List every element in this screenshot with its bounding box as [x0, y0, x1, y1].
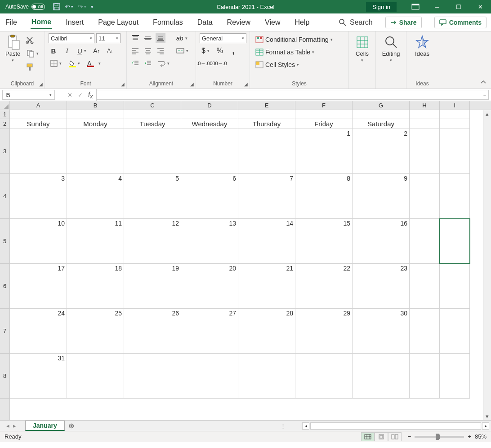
cell-G2[interactable]: Saturday [353, 119, 410, 129]
row-header-7[interactable]: 7 [0, 309, 9, 354]
page-layout-view-icon[interactable] [375, 432, 388, 441]
borders-button[interactable]: ▾ [49, 59, 63, 68]
cell-E6[interactable]: 21 [238, 264, 295, 309]
font-color-button[interactable]: A▾ [85, 58, 103, 68]
cell-G7[interactable]: 30 [353, 309, 410, 354]
cell-D5[interactable]: 13 [181, 219, 238, 264]
wrap-text-button[interactable]: ▾ [156, 59, 171, 68]
editing-button[interactable]: Editing▾ [380, 33, 402, 64]
cell-F7[interactable]: 29 [295, 309, 353, 354]
share-button[interactable]: Share [385, 17, 422, 28]
cell-D8[interactable] [181, 354, 238, 399]
cell-H2[interactable] [410, 119, 440, 129]
scroll-down-icon[interactable]: ▾ [483, 413, 491, 420]
font-size-combo[interactable]: 11▾ [96, 33, 121, 43]
select-all-corner[interactable] [0, 101, 10, 110]
cell-I3[interactable] [440, 129, 470, 174]
cell-F4[interactable]: 8 [295, 174, 353, 219]
cancel-formula-icon[interactable]: ✕ [67, 92, 72, 98]
maximize-icon[interactable]: ☐ [448, 0, 469, 13]
zoom-slider[interactable] [415, 436, 464, 438]
cell-C1[interactable] [124, 110, 181, 119]
row-header-8[interactable]: 8 [0, 354, 9, 399]
cell-H7[interactable] [410, 309, 440, 354]
cell-C2[interactable]: Tuesday [124, 119, 181, 129]
increase-indent-icon[interactable] [143, 58, 153, 68]
number-format-combo[interactable]: General▾ [200, 33, 246, 43]
number-launcher-icon[interactable]: ◢ [244, 82, 248, 87]
font-name-combo[interactable]: Calibri▾ [49, 33, 94, 43]
cell-I1[interactable] [440, 110, 470, 119]
tab-review[interactable]: Review [226, 16, 251, 29]
insert-function-icon[interactable]: fx [88, 90, 93, 100]
minimize-icon[interactable]: ─ [426, 0, 448, 13]
row-header-3[interactable]: 3 [0, 129, 9, 174]
cell-E3[interactable] [238, 129, 295, 174]
percent-button[interactable]: % [215, 46, 225, 56]
tab-home[interactable]: Home [31, 15, 52, 29]
cell-I2[interactable] [440, 119, 470, 129]
column-header-F[interactable]: F [295, 101, 353, 110]
redo-button[interactable]: ↷ ▾ [78, 3, 86, 10]
cell-I7[interactable] [440, 309, 470, 354]
cell-E5[interactable]: 14 [238, 219, 295, 264]
tab-help[interactable]: Help [294, 16, 310, 29]
decrease-font-icon[interactable]: A↓ [105, 46, 115, 56]
cell-B5[interactable]: 11 [67, 219, 124, 264]
new-sheet-button[interactable]: ⊕ [65, 421, 78, 431]
italic-button[interactable]: I [62, 46, 72, 56]
cell-G8[interactable] [353, 354, 410, 399]
tab-file[interactable]: File [4, 16, 18, 29]
comma-button[interactable]: , [228, 46, 238, 56]
cell-C5[interactable]: 12 [124, 219, 181, 264]
cell-I4[interactable] [440, 174, 470, 219]
decrease-indent-icon[interactable] [130, 58, 140, 68]
save-icon[interactable] [53, 3, 60, 10]
cell-F5[interactable]: 15 [295, 219, 353, 264]
cell-I5[interactable] [440, 219, 470, 264]
cell-D7[interactable]: 27 [181, 309, 238, 354]
fill-color-button[interactable]: ▾ [67, 59, 82, 68]
cut-icon[interactable] [25, 35, 35, 45]
cell-G4[interactable]: 9 [353, 174, 410, 219]
clipboard-launcher-icon[interactable]: ◢ [39, 82, 43, 87]
orientation-button[interactable]: ab▾ [174, 34, 189, 43]
cell-F1[interactable] [295, 110, 353, 119]
cell-A5[interactable]: 10 [10, 219, 67, 264]
row-header-6[interactable]: 6 [0, 264, 9, 309]
cell-I6[interactable] [440, 264, 470, 309]
zoom-out-button[interactable]: − [408, 433, 411, 440]
zoom-level[interactable]: 85% [475, 433, 487, 440]
format-as-table-button[interactable]: Format as Table▾ [254, 48, 316, 57]
cell-H5[interactable] [410, 219, 440, 264]
collapse-ribbon-icon[interactable] [480, 79, 487, 86]
cell-E4[interactable]: 7 [238, 174, 295, 219]
cell-B4[interactable]: 4 [67, 174, 124, 219]
cell-H8[interactable] [410, 354, 440, 399]
cell-E7[interactable]: 28 [238, 309, 295, 354]
row-header-2[interactable]: 2 [0, 119, 9, 129]
column-header-B[interactable]: B [67, 101, 124, 110]
align-bottom-icon[interactable] [156, 33, 165, 43]
cell-B6[interactable]: 18 [67, 264, 124, 309]
alignment-launcher-icon[interactable]: ◢ [190, 82, 194, 87]
sign-in-button[interactable]: Sign in [366, 2, 397, 12]
cell-A3[interactable] [10, 129, 67, 174]
decrease-decimal-icon[interactable]: .00→.0 [214, 58, 224, 68]
formula-input[interactable]: ⌄ [97, 90, 489, 100]
undo-button[interactable]: ↶ ▾ [65, 3, 73, 10]
cells-button[interactable]: Cells▾ [353, 33, 371, 64]
cell-H1[interactable] [410, 110, 440, 119]
cell-styles-button[interactable]: Cell Styles▾ [254, 60, 301, 69]
cell-H4[interactable] [410, 174, 440, 219]
cell-H3[interactable] [410, 129, 440, 174]
tab-insert[interactable]: Insert [65, 16, 85, 29]
horizontal-scrollbar[interactable] [310, 422, 481, 430]
column-header-E[interactable]: E [238, 101, 295, 110]
cell-F3[interactable]: 1 [295, 129, 353, 174]
scroll-left-icon[interactable]: ◂ [302, 422, 309, 430]
cell-A7[interactable]: 24 [10, 309, 67, 354]
scroll-up-icon[interactable]: ▴ [483, 110, 491, 118]
underline-button[interactable]: U▾ [76, 46, 88, 56]
align-left-icon[interactable] [130, 46, 140, 56]
